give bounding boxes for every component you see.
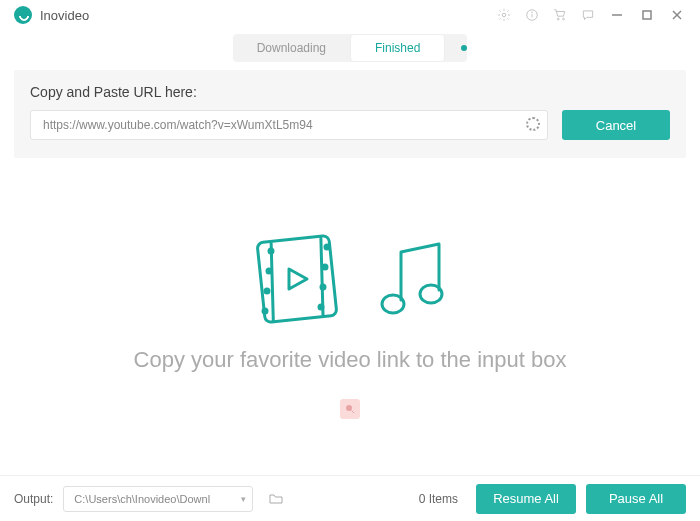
output-path-text: C:\Users\ch\Inovideo\Downl (74, 493, 237, 505)
placeholder-text: Copy your favorite video link to the inp… (134, 347, 567, 373)
app-title: Inovideo (40, 8, 89, 23)
chevron-down-icon: ▾ (241, 494, 246, 504)
minimize-button[interactable] (602, 1, 632, 29)
titlebar: Inovideo (0, 0, 700, 30)
svg-point-16 (263, 309, 267, 313)
svg-point-15 (265, 289, 269, 293)
cart-icon[interactable] (546, 1, 574, 29)
loading-spinner-icon (526, 117, 540, 131)
pause-all-button[interactable]: Pause All (586, 484, 686, 514)
url-label: Copy and Paste URL here: (30, 84, 670, 100)
url-panel: Copy and Paste URL here: Cancel (14, 70, 686, 158)
info-icon[interactable] (518, 1, 546, 29)
svg-point-4 (557, 18, 559, 20)
svg-line-25 (352, 411, 355, 414)
settings-gear-icon[interactable] (490, 1, 518, 29)
output-label: Output: (14, 492, 53, 506)
tab-new-indicator-icon (461, 45, 467, 51)
svg-point-17 (325, 245, 329, 249)
svg-point-18 (323, 265, 327, 269)
main-content: Copy your favorite video link to the inp… (0, 158, 700, 478)
svg-rect-7 (643, 11, 651, 19)
close-button[interactable] (662, 1, 692, 29)
svg-point-19 (321, 285, 325, 289)
items-count: 0 Items (419, 492, 458, 506)
svg-point-13 (269, 249, 273, 253)
svg-point-14 (267, 269, 271, 273)
url-input[interactable] (30, 110, 548, 140)
svg-point-20 (319, 305, 323, 309)
svg-point-0 (502, 13, 506, 17)
svg-marker-21 (289, 269, 307, 289)
svg-point-3 (532, 12, 533, 13)
maximize-button[interactable] (632, 1, 662, 29)
tabs-row: Downloading Finished (0, 30, 700, 66)
svg-point-5 (563, 18, 565, 20)
output-path-dropdown[interactable]: C:\Users\ch\Inovideo\Downl ▾ (63, 486, 253, 512)
film-strip-icon (247, 229, 347, 329)
open-folder-button[interactable] (263, 486, 289, 512)
app-logo-icon (14, 6, 32, 24)
url-input-wrapper (30, 110, 548, 140)
svg-point-22 (382, 295, 404, 313)
cancel-button[interactable]: Cancel (562, 110, 670, 140)
svg-point-23 (420, 285, 442, 303)
feedback-icon[interactable] (574, 1, 602, 29)
tab-downloading[interactable]: Downloading (233, 34, 350, 62)
resume-all-button[interactable]: Resume All (476, 484, 576, 514)
tabs-container: Downloading Finished (233, 34, 468, 62)
search-badge-icon (340, 399, 360, 419)
music-note-icon (373, 234, 453, 324)
footer: Output: C:\Users\ch\Inovideo\Downl ▾ 0 I… (0, 475, 700, 521)
empty-state-illustration (247, 229, 453, 329)
tab-finished[interactable]: Finished (350, 34, 445, 62)
svg-point-24 (346, 405, 352, 411)
